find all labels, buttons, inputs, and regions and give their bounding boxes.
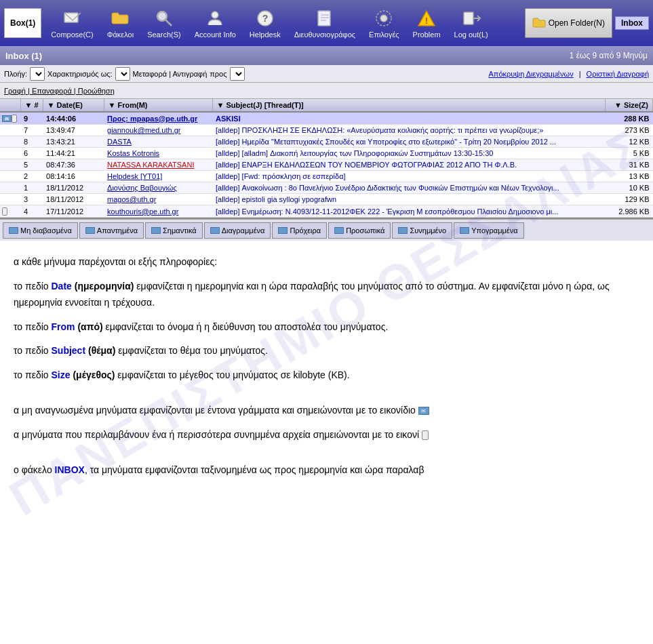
row-subject[interactable]: [alldep] Ενημέρωση: N.4093/12-11-2012ΦΕΚ… — [212, 205, 605, 218]
toolbar-folders[interactable]: Φάκελοι — [103, 6, 138, 40]
inbox-note-paragraph: ο φάκελο INBOX, τα μηνύματα εμφανίζονται… — [14, 462, 626, 479]
bottom-tab-important[interactable]: Σημαντικά — [145, 222, 203, 239]
attach-note-text: α μηνύματα που περιλαμβάνουν ένα ή περισ… — [14, 429, 419, 440]
from-paragraph: το πεδίο From (από) εμφανίζεται το όνομα… — [14, 319, 626, 336]
row-from[interactable]: DASTA — [104, 136, 212, 148]
row-date: 08:47:36 — [43, 159, 104, 171]
from-field-name: From — [52, 321, 75, 332]
toolbar-helpdesk[interactable]: ? Helpdesk — [245, 6, 285, 40]
mark-label: Χαρακτηρισμός ως: — [47, 70, 113, 78]
toolbar-search[interactable]: Search(S) — [143, 6, 185, 40]
row-date: 11:44:21 — [43, 148, 104, 159]
nav-select[interactable] — [30, 67, 45, 81]
bottom-tabs: Μη διαβασμέναΑπαντημέναΣημαντικάΔιαγραμμ… — [0, 219, 653, 241]
row-subject[interactable]: [alldep] epistoli gia syllogi ypografwn — [212, 194, 605, 205]
toolbar-problem[interactable]: ! Problem — [409, 6, 445, 40]
row-from[interactable]: NATASSA KARAKATSANI — [104, 159, 212, 171]
row-from[interactable]: magos@uth.gr — [104, 194, 212, 205]
row-from[interactable]: kouthouris@pe.uth.gr — [104, 205, 212, 218]
problem-icon: ! — [416, 7, 437, 29]
table-row[interactable]: 118/11/2012Διονύσης Βαβουγιώς[alldep] Αν… — [0, 182, 653, 194]
bottom-tab-draft[interactable]: Πρόχειρα — [272, 222, 327, 239]
move-select[interactable] — [230, 67, 245, 81]
mark-select[interactable] — [115, 67, 130, 81]
inbox-note-suffix: , τα μηνύματα εμφανίζονται ταξινομημένα … — [85, 464, 424, 475]
from-field-text: εμφανίζεται το όνομα ή η διεύθυνση του α… — [105, 321, 388, 332]
row-subject[interactable]: [alldep] ΕΝΑΡΞΗ ΕΚΔΗΛΩΣΕΩΝ ΤΟΥ ΝΟΕΜΒΡΙΟΥ… — [212, 159, 605, 171]
inbox-note-prefix: ο φάκελο — [14, 464, 55, 475]
row-date: 18/11/2012 — [43, 194, 104, 205]
compose-reply-actions[interactable]: Γραφή | Επαναφορά | Προώθηση — [4, 87, 115, 95]
toolbar: Box(1) Compose(C) Φάκελοι Search(S) — [0, 0, 653, 46]
row-from[interactable]: giannouk@med.uth.gr — [104, 125, 212, 136]
row-subject[interactable]: [alldep] Ημερίδα "Μεταπτυχιακές Σπουδές … — [212, 136, 605, 148]
inbox-badge: Inbox — [615, 16, 649, 30]
row-from[interactable]: Kostas Kotronis — [104, 148, 212, 159]
row-from[interactable]: Helpdesk [YT01] — [104, 171, 212, 182]
row-subject[interactable]: [alldep] [Fwd: πρόσκληση σε εσπερίδα] — [212, 171, 605, 182]
tab-icon-attached — [398, 227, 408, 234]
table-row[interactable]: 713:49:47giannouk@med.uth.gr[alldep] ΠΡΟ… — [0, 125, 653, 136]
folders-label: Φάκελοι — [107, 31, 134, 39]
open-folder-button[interactable]: Open Folder(N) — [525, 8, 612, 38]
tab-icon-important — [151, 227, 161, 234]
size-field-text: εμφανίζεται το μέγεθος του μηνύματος σε … — [117, 369, 349, 380]
bottom-tab-signed[interactable]: Υπογραμμένα — [454, 222, 523, 239]
row-num: 3 — [20, 194, 43, 205]
col-icons-header — [0, 99, 20, 112]
row-icons — [0, 182, 20, 194]
table-row[interactable]: 813:43:21DASTA[alldep] Ημερίδα "Μεταπτυχ… — [0, 136, 653, 148]
table-row[interactable]: 318/11/2012magos@uth.gr[alldep] epistoli… — [0, 194, 653, 205]
row-icons — [0, 148, 20, 159]
toolbar-account-info[interactable]: Account Info — [191, 6, 240, 40]
row-date: 17/11/2012 — [43, 205, 104, 218]
col-size-header[interactable]: ▼ Size(Z) — [606, 99, 653, 112]
col-date-header[interactable]: ▼ Date(E) — [43, 99, 104, 112]
row-subject[interactable]: [alldep] Ανακοίνωση : 8ο Πανελήνιο Συνέδ… — [212, 182, 605, 194]
permanent-delete-link[interactable]: Οριστική Διαγραφή — [587, 70, 649, 78]
row-subject[interactable]: [alldep] ΠΡΟΣΚΛΗΣΗ ΣΕ ΕΚΔΗΛΩΣΗ: «Ανευρύσ… — [212, 125, 605, 136]
toolbar-logout[interactable]: Log out(L) — [450, 6, 492, 40]
svg-line-2 — [165, 20, 172, 26]
toolbar-addressbook[interactable]: Διευθυνσιογράφος — [290, 6, 359, 40]
hide-deleted-link[interactable]: Απόκρυψη Διεγραμμένων — [489, 70, 574, 78]
table-row[interactable]: 208:14:16Helpdesk [YT01][alldep] [Fwd: π… — [0, 171, 653, 182]
row-icons — [0, 205, 20, 218]
bottom-tab-deleted[interactable]: Διαγραμμένα — [204, 222, 271, 239]
table-row[interactable]: 611:44:21Kostas Kotronis[alldep] [alladm… — [0, 148, 653, 159]
inbox-label: INBOX — [55, 464, 85, 475]
subject-field-greek: (θέμα) — [88, 345, 115, 356]
row-date: 13:49:47 — [43, 125, 104, 136]
table-row[interactable]: 417/11/2012kouthouris@pe.uth.gr[alldep] … — [0, 205, 653, 218]
tab-label-signed: Υπογραμμένα — [471, 226, 517, 235]
row-subject[interactable]: ASKISI — [212, 112, 605, 125]
inbox-title: Inbox (1) — [5, 51, 42, 61]
row-size: 12 KB — [606, 136, 653, 148]
filter-row: Πλοήγ: Χαρακτηρισμός ως: Μεταφορά | Αντι… — [0, 65, 653, 83]
toolbar-options[interactable]: Επιλογές — [365, 6, 403, 40]
bottom-tab-unread[interactable]: Μη διαβασμένα — [3, 222, 78, 239]
col-from-header[interactable]: ▼ From(M) — [104, 99, 212, 112]
compose-label: Compose(C) — [51, 31, 93, 39]
date-paragraph: το πεδίο Date (ημερομηνία) εμφανίζεται η… — [14, 279, 626, 311]
col-subject-header[interactable]: ▼ Subject(J) [Thread(T)] — [212, 99, 605, 112]
row-num: 2 — [20, 171, 43, 182]
date-field-name: Date — [52, 281, 72, 291]
inbox-button[interactable]: Box(1) — [4, 8, 41, 38]
options-icon — [373, 7, 395, 29]
tab-icon-replied — [85, 227, 95, 234]
row-icons — [0, 194, 20, 205]
bottom-tab-personal[interactable]: Προσωπικά — [328, 222, 391, 239]
bottom-tab-replied[interactable]: Απαντημένα — [79, 222, 144, 239]
table-row[interactable]: 508:47:36NATASSA KARAKATSANI[alldep] ΕΝΑ… — [0, 159, 653, 171]
row-subject[interactable]: [alldep] [alladm] Διακοπή λειτουργίας τω… — [212, 148, 605, 159]
search-label: Search(S) — [147, 31, 181, 39]
bottom-tab-attached[interactable]: Συνημμένο — [392, 222, 452, 239]
tab-label-deleted: Διαγραμμένα — [222, 226, 265, 235]
intro-paragraph: α κάθε μήνυμα παρέχονται οι εξής πληροφο… — [14, 254, 626, 270]
col-num-header[interactable]: ▼ # — [20, 99, 43, 112]
toolbar-compose[interactable]: Compose(C) — [47, 6, 97, 40]
row-from[interactable]: Προς: mpapas@pe.uth.gr — [104, 112, 212, 125]
table-row[interactable]: ✉914:44:06Προς: mpapas@pe.uth.grASKISI28… — [0, 112, 653, 125]
row-from[interactable]: Διονύσης Βαβουγιώς — [104, 182, 212, 194]
